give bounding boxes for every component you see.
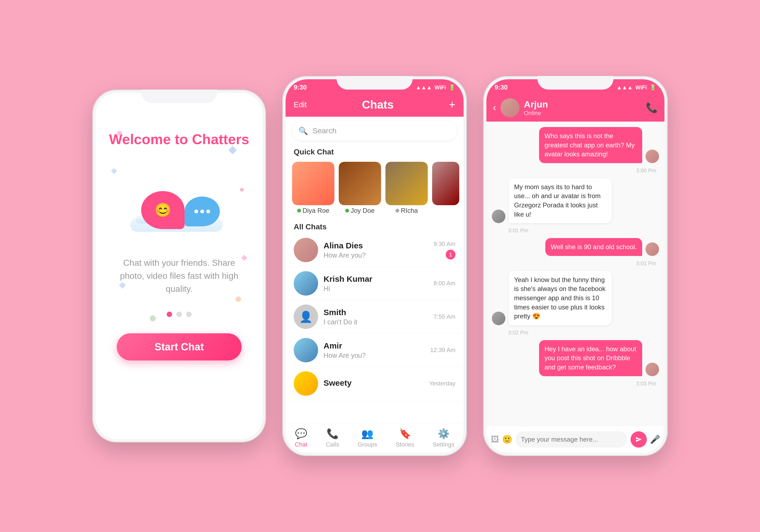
dot-3 — [206, 210, 210, 213]
status-icons-3: ▲▲▲ WiFi 🔋 — [617, 84, 656, 91]
nav-settings[interactable]: ⚙️ Settings — [433, 428, 454, 448]
phone-welcome: Welcome to Chatters 😊 — [92, 90, 266, 442]
notch-3 — [548, 79, 602, 89]
recv-avatar-4 — [492, 312, 505, 325]
deco-dot-3 — [236, 296, 241, 302]
chat-info-sweety: Sweety — [323, 378, 424, 389]
quick-contact-2[interactable]: Joy Doe — [339, 162, 381, 215]
quick-chat-label: Quick Chat — [286, 145, 464, 159]
message-input[interactable] — [515, 431, 627, 448]
chat-preview-amir: How Are you? — [323, 352, 425, 360]
deco-dot-2 — [240, 188, 244, 192]
back-button[interactable]: ‹ — [493, 102, 496, 114]
add-chat-button[interactable]: + — [449, 98, 455, 111]
sent-avatar-5 — [645, 363, 659, 376]
quick-name-3: RIcha — [385, 207, 428, 215]
page-dot-1 — [166, 312, 172, 317]
chat-time-amir: 12:39 Am — [430, 347, 455, 354]
chat-meta-alina: 9:30 Am 1 — [434, 240, 455, 260]
msg-row-5: Hey I have an idea... how about you post… — [492, 340, 659, 376]
battery-icon-3: 🔋 — [649, 84, 656, 91]
chat-preview-krish: Hi — [323, 285, 428, 293]
chat-avatar-alina — [294, 238, 318, 262]
chat-time-smith: 7:55 Am — [434, 313, 455, 320]
dot-2 — [200, 210, 204, 213]
chat-time-alina: 9:30 Am — [434, 240, 455, 248]
signal-icon-3: ▲▲▲ — [617, 84, 633, 91]
quick-contact-1[interactable]: Diya Roe — [292, 162, 334, 215]
bottom-nav: 💬 Chat 📞 Calls 👥 Groups 🔖 Stories — [286, 423, 464, 453]
msg-bubble-4: Yeah I know but the funny thing is she's… — [509, 271, 612, 325]
chat-item-krish[interactable]: Krish Kumar Hi 8:00 Am — [286, 267, 464, 300]
offline-dot-1 — [396, 209, 399, 213]
screen-chats-inner: 9:30 ▲▲▲ WiFi 🔋 Edit Chats + 🔍 Searc — [286, 79, 464, 453]
chat-item-sweety[interactable]: Sweety Yesterday — [286, 367, 464, 400]
chat-time-krish: 8:00 Am — [434, 280, 455, 287]
settings-nav-label: Settings — [433, 441, 454, 448]
nav-calls[interactable]: 📞 Calls — [326, 428, 339, 448]
call-button[interactable]: 📞 — [646, 102, 658, 114]
chat-meta-krish: 8:00 Am — [434, 280, 455, 287]
quick-chat-row: Diya Roe Joy Doe — [286, 159, 464, 220]
chat-item-smith[interactable]: 👤 Smith I can't Do it 7:55 Am — [286, 300, 464, 334]
status-time-2: 9:30 — [294, 84, 307, 91]
chat-avatar-sweety — [294, 371, 318, 396]
signal-icon: ▲▲▲ — [416, 84, 432, 91]
phone-chat-detail: 9:30 ▲▲▲ WiFi 🔋 ‹ Arjun Online 📞 — [483, 76, 668, 456]
chat-preview-alina: How Are you? — [323, 251, 428, 259]
chat-nav-label: Chat — [295, 441, 307, 448]
msg-row-4: Yeah I know but the funny thing is she's… — [492, 271, 659, 325]
chat-meta-sweety: Yesterday — [429, 380, 455, 387]
emoji-button[interactable]: 🙂 — [502, 435, 512, 444]
edit-button[interactable]: Edit — [294, 100, 307, 109]
image-icon[interactable]: 🖼 — [491, 435, 499, 444]
stories-nav-icon: 🔖 — [399, 428, 411, 439]
send-button[interactable] — [631, 431, 647, 448]
notch-2 — [348, 79, 402, 89]
contact-info: Arjun Online — [524, 99, 641, 117]
search-bar[interactable]: 🔍 Search — [292, 121, 457, 141]
msg-bubble-2: My mom says its to hard to use... oh and… — [509, 178, 612, 223]
screen-chats: 9:30 ▲▲▲ WiFi 🔋 Edit Chats + 🔍 Searc — [286, 79, 464, 453]
msg-time-1: 3:00 Pm — [492, 168, 659, 174]
all-chats-label: All Chats — [286, 220, 464, 233]
groups-nav-label: Groups — [358, 441, 377, 448]
nav-chat[interactable]: 💬 Chat — [295, 428, 307, 448]
chat-info-smith: Smith I can't Do it — [323, 308, 428, 326]
quick-contact-4[interactable] — [432, 162, 459, 215]
msg-bubble-5: Hey I have an idea... how about you post… — [539, 340, 642, 376]
welcome-description: Chat with your friends. Share photo, vid… — [96, 256, 263, 295]
chat-meta-amir: 12:39 Am — [430, 347, 455, 354]
sent-avatar-3 — [645, 242, 659, 256]
contact-name: Arjun — [524, 99, 641, 110]
deco-dot — [117, 131, 122, 136]
chat-name-sweety: Sweety — [323, 378, 424, 388]
screen-welcome: Welcome to Chatters 😊 — [96, 93, 263, 439]
phone-chats: 9:30 ▲▲▲ WiFi 🔋 Edit Chats + 🔍 Searc — [282, 76, 467, 456]
quick-name-2: Joy Doe — [339, 207, 381, 215]
nav-stories[interactable]: 🔖 Stories — [396, 428, 414, 448]
chat-name-smith: Smith — [323, 308, 428, 317]
phones-container: Welcome to Chatters 😊 — [0, 54, 760, 478]
chat-item-amir[interactable]: Amir How Are you? 12:39 Am — [286, 334, 464, 367]
chats-header: Edit Chats + — [286, 96, 464, 117]
search-placeholder: Search — [312, 126, 451, 135]
start-chat-button[interactable]: Start Chat — [117, 333, 242, 361]
msg-bubble-1: Who says this is not the greatest chat a… — [539, 127, 642, 163]
quick-contact-3[interactable]: RIcha — [385, 162, 428, 215]
chat-preview-smith: I can't Do it — [323, 318, 428, 326]
msg-row-2: My mom says its to hard to use... oh and… — [492, 178, 659, 223]
screen-detail: 9:30 ▲▲▲ WiFi 🔋 ‹ Arjun Online 📞 — [486, 79, 664, 453]
nav-groups[interactable]: 👥 Groups — [358, 428, 377, 448]
msg-time-2: 3:01 Pm — [492, 227, 659, 234]
deco-diamond-2 — [111, 168, 117, 174]
chat-item-alina[interactable]: Alina Dies How Are you? 9:30 Am 1 — [286, 233, 464, 267]
msg-time-4: 3:02 Pm — [492, 329, 659, 336]
pink-bubble: 😊 — [141, 191, 185, 229]
welcome-title: Welcome to Chatters — [98, 131, 260, 148]
sent-avatar-1 — [645, 150, 659, 163]
chat-time-sweety: Yesterday — [429, 380, 455, 387]
wifi-icon-3: WiFi — [636, 84, 647, 91]
mic-button[interactable]: 🎤 — [650, 435, 660, 444]
msg-time-5: 3:03 Pm — [492, 380, 659, 387]
